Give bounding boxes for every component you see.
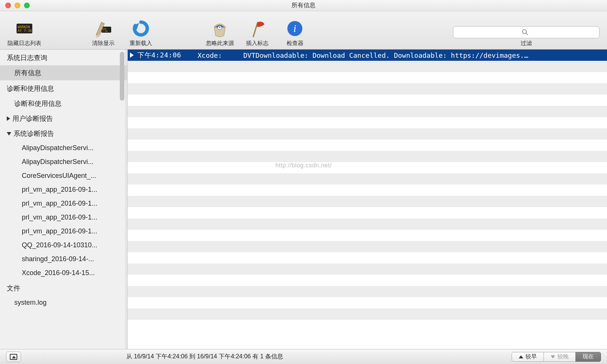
log-row-empty [128,320,607,331]
log-row-empty [128,83,607,95]
filter-group: 过滤 [453,26,599,47]
svg-line-11 [253,22,258,37]
chevron-right-icon[interactable] [7,116,10,121]
log-row-empty [128,230,607,241]
reload-label: 重新载入 [130,40,152,47]
search-icon [522,29,528,36]
insert-marker-button[interactable]: 插入标志 [240,19,274,47]
titlebar: 所有信息 [0,0,607,11]
log-row-empty [128,252,607,263]
log-row-empty [128,173,607,185]
content-area: 系统日志查询所有信息诊断和使用信息诊断和使用信息用户诊断报告系统诊断报告Alip… [0,50,607,349]
reload-button[interactable]: 重新载入 [124,19,158,47]
log-row-empty [128,106,607,117]
sidebar-item[interactable]: 系统诊断报告 [0,126,127,141]
hide-log-list-label: 隐藏日志列表 [8,40,41,47]
log-message: DVTDownloadable: Download Cancelled. Dow… [243,51,528,59]
clear-display-label: 清除显示 [92,40,115,47]
sidebar-subitem[interactable]: QQ_2016-09-14-10310... [0,238,120,252]
sidebar-item[interactable]: 用户诊断报告 [0,111,127,126]
svg-text:i: i [293,23,296,34]
triangle-down-icon [551,355,555,358]
show-preview-button[interactable] [6,352,21,362]
sidebar-subitem[interactable]: AlipayDispatcherServi... [0,155,120,169]
window-controls [0,3,30,8]
log-row-empty [128,185,607,196]
log-row-empty [128,297,607,308]
log-row-empty [128,72,607,83]
toolbar: WARNINAY 7:36 隐藏日志列表 NIN7:36 清除显示 重新载入 忽… [0,11,607,50]
sidebar-group-header: 文件 [0,280,127,296]
chevron-down-icon[interactable] [7,132,11,135]
disclosure-right-icon[interactable] [130,53,134,58]
sidebar-item[interactable]: system.log [0,296,127,310]
log-row-empty [128,61,607,72]
log-row-empty [128,196,607,207]
sidebar-scrollbar-thumb[interactable] [120,52,124,101]
trash-icon [210,19,230,38]
svg-point-14 [522,30,527,34]
broom-icon: NIN7:36 [94,19,113,38]
sidebar-subitem[interactable]: prl_vm_app_2016-09-1... [0,211,120,224]
filter-label: 过滤 [521,40,532,47]
sidebar-item-label: 用户诊断报告 [12,114,53,123]
later-label: 较晚 [557,353,569,360]
zoom-window-button[interactable] [24,3,30,8]
log-row-empty [128,218,607,230]
info-icon: i [285,19,305,38]
ignore-source-label: 忽略此来源 [206,40,234,47]
reload-icon [131,19,151,38]
log-row-empty [128,128,607,140]
log-row-empty [128,95,607,106]
log-row-empty [128,117,607,128]
clear-display-button[interactable]: NIN7:36 清除显示 [86,19,120,47]
earlier-label: 较早 [525,353,537,360]
now-label: 现在 [583,353,594,360]
sidebar-subitem[interactable]: prl_vm_app_2016-09-1... [0,183,120,197]
sidebar-item-label: 系统诊断报告 [14,129,54,138]
filter-input[interactable] [453,26,599,38]
hide-log-list-button[interactable]: WARNINAY 7:36 隐藏日志列表 [8,19,41,47]
log-row-empty [128,263,607,275]
later-button[interactable]: 较晚 [544,352,576,362]
svg-line-15 [526,33,528,35]
insert-marker-label: 插入标志 [246,40,269,47]
sidebar-group-header: 诊断和使用信息 [0,80,127,96]
log-row-empty [128,140,607,151]
close-window-button[interactable] [5,3,11,8]
ignore-source-button[interactable]: 忽略此来源 [203,19,237,47]
log-row[interactable]: 下午4:24:06Xcode: DVTDownloadable: Downloa… [128,50,607,61]
log-row-empty [128,286,607,297]
log-process: Xcode: [198,51,235,59]
inspector-label: 检查器 [287,40,304,47]
log-row-empty [128,241,607,252]
now-button[interactable]: 现在 [575,352,601,362]
log-row-empty [128,151,607,162]
sidebar-item-label: 所有信息 [14,68,41,77]
svg-text:WARNIN: WARNIN [18,25,30,29]
time-nav-segment: 较早 较晚 现在 [512,352,601,362]
sidebar-subitem[interactable]: prl_vm_app_2016-09-1... [0,224,120,238]
log-panel: 下午4:24:06Xcode: DVTDownloadable: Downloa… [128,50,607,349]
sidebar-subitem[interactable]: AlipayDispatcherServi... [0,141,120,155]
minimize-window-button[interactable] [15,3,20,8]
sidebar-subitem[interactable]: sharingd_2016-09-14-... [0,252,120,266]
svg-text:7:36: 7:36 [102,30,108,32]
flag-icon [248,19,267,38]
sidebar[interactable]: 系统日志查询所有信息诊断和使用信息诊断和使用信息用户诊断报告系统诊断报告Alip… [0,50,128,349]
log-board-icon: WARNINAY 7:36 [15,19,34,38]
sidebar-item-label: 诊断和使用信息 [14,99,62,108]
earlier-button[interactable]: 较早 [512,352,544,362]
sidebar-subitem[interactable]: Xcode_2016-09-14-15... [0,266,120,280]
triangle-up-icon [519,355,523,358]
sidebar-subitem[interactable]: prl_vm_app_2016-09-1... [0,197,120,211]
log-timestamp: 下午4:24:06 [137,51,198,60]
sidebar-item[interactable]: 诊断和使用信息 [0,96,127,111]
inspector-button[interactable]: i 检查器 [278,19,312,47]
sidebar-item[interactable]: 所有信息 [0,65,127,80]
window-title: 所有信息 [0,2,607,9]
log-rows[interactable]: 下午4:24:06Xcode: DVTDownloadable: Downloa… [128,50,607,349]
log-row-empty [128,162,607,173]
status-range-text: 从 16/9/14 下午4:24:06 到 16/9/14 下午4:24:06 … [126,353,283,361]
sidebar-subitem[interactable]: CoreServicesUIAgent_... [0,169,120,183]
